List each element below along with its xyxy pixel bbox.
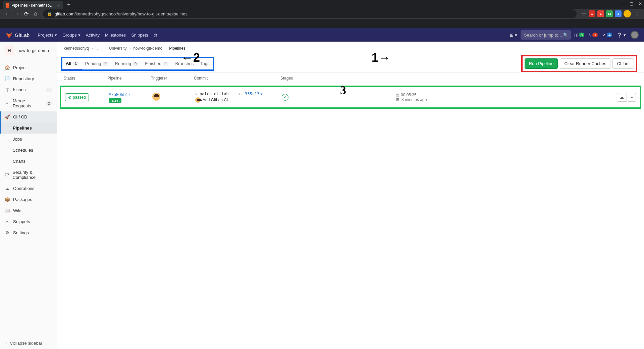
gitlab-logo[interactable]: GitLab xyxy=(5,31,30,39)
merge-shortcut[interactable]: ⑂1 xyxy=(589,33,598,38)
forward-button[interactable]: → xyxy=(12,9,21,18)
help-icon[interactable]: ❔ ▾ xyxy=(617,33,626,38)
ci-lint-button[interactable]: CI Lint xyxy=(612,58,634,69)
pipeline-finished: 3 minutes ago xyxy=(401,97,427,102)
run-pipeline-button[interactable]: Run Pipeline xyxy=(525,58,558,69)
sidebar-item-security[interactable]: 🛡Security & Compliance xyxy=(0,167,57,183)
branch-name[interactable]: patch-gitlab... xyxy=(200,92,236,96)
nav-projects[interactable]: Projects ▾ xyxy=(38,33,57,38)
breadcrumb-item[interactable]: kennethsohyq xyxy=(64,46,89,51)
sidebar-item-repository[interactable]: 📄Repository xyxy=(0,73,57,84)
sidebar-subitem-jobs[interactable]: Jobs xyxy=(0,134,57,145)
breadcrumb-item[interactable]: how-to-git-demo xyxy=(133,46,162,51)
gear-icon: ⚙ xyxy=(5,230,10,235)
sidebar-subitem-charts[interactable]: Charts xyxy=(0,156,57,167)
project-header[interactable]: H how-to-git-demo xyxy=(0,42,57,59)
reload-button[interactable]: ⟳ xyxy=(21,9,31,18)
download-artifacts-button[interactable]: ☁ xyxy=(617,93,627,102)
col-status: Status xyxy=(64,76,107,81)
extension-icon[interactable]: 11 xyxy=(606,10,613,17)
home-icon: 🏠 xyxy=(5,65,10,70)
sidebar-item-project[interactable]: 🏠Project xyxy=(0,62,57,73)
col-triggerer: Triggerer xyxy=(151,76,194,81)
user-avatar[interactable] xyxy=(631,31,639,39)
extension-icon[interactable]: 1 xyxy=(597,10,604,17)
pipeline-id-link[interactable]: #75805517 xyxy=(109,92,152,97)
close-tab-icon[interactable]: × xyxy=(57,3,60,8)
nav-milestones[interactable]: Milestones xyxy=(105,33,126,38)
gitlab-topbar: GitLab Projects ▾ Groups ▾ Activity Mile… xyxy=(0,28,644,42)
annotation-box-1: Run Pipeline Clear Runner Caches CI Lint xyxy=(521,55,637,72)
browser-tab[interactable]: Pipelines · kennethsohyq / Schoo × xyxy=(3,1,63,10)
nav-groups[interactable]: Groups ▾ xyxy=(62,33,80,38)
status-badge[interactable]: ⊘ passed xyxy=(65,93,89,101)
nav-snippets[interactable]: Snippets xyxy=(131,33,148,38)
breadcrumb-item[interactable]: University xyxy=(109,46,127,51)
tab-all[interactable]: All1 xyxy=(62,58,82,69)
triggerer-avatar[interactable] xyxy=(152,93,160,101)
plus-icon[interactable]: ⊞ ▾ xyxy=(510,33,517,38)
breadcrumb-ellipsis[interactable]: ... xyxy=(96,46,102,51)
cloud-icon: ☁ xyxy=(5,186,10,191)
sidebar-item-issues[interactable]: ◫Issues1 xyxy=(0,84,57,95)
browser-maximize[interactable]: ▢ xyxy=(630,1,633,6)
project-name: how-to-git-demo xyxy=(17,48,49,53)
chevron-down-icon: ▾ xyxy=(78,33,80,38)
chevron-right-icon: › xyxy=(129,46,130,51)
pipeline-actions-dropdown[interactable]: ▾ xyxy=(628,93,636,102)
home-button[interactable]: ⌂ xyxy=(31,9,40,18)
chevron-right-icon: › xyxy=(92,46,93,51)
sidebar-item-snippets[interactable]: ✂Snippets xyxy=(0,216,57,227)
new-tab-button[interactable]: + xyxy=(67,1,71,8)
project-sidebar: H how-to-git-demo 🏠Project 📄Repository ◫… xyxy=(0,42,57,349)
tab-tags[interactable]: Tags xyxy=(197,58,213,69)
nav-performance-icon[interactable]: ◔ xyxy=(154,33,157,38)
breadcrumbs: kennethsohyq › ... › University › how-to… xyxy=(57,42,644,55)
issues-shortcut[interactable]: ◫8 xyxy=(574,33,584,38)
sidebar-subitem-pipelines[interactable]: Pipelines xyxy=(0,122,57,134)
lock-icon: 🔒 xyxy=(47,11,52,16)
author-avatar xyxy=(195,97,201,103)
clear-runner-caches-button[interactable]: Clear Runner Caches xyxy=(560,58,610,69)
back-button[interactable]: ← xyxy=(3,9,12,18)
url-path: /kennethsohyq/school/university/how-to-g… xyxy=(74,11,187,16)
extension-icon[interactable]: 1 xyxy=(589,10,595,17)
nav-activity[interactable]: Activity xyxy=(86,33,100,38)
todos-shortcut[interactable]: ✓4 xyxy=(602,33,612,38)
profile-avatar[interactable] xyxy=(624,10,631,17)
sidebar-item-wiki[interactable]: 📖Wiki xyxy=(0,205,57,216)
browser-close[interactable]: ✕ xyxy=(639,1,642,6)
badge: 1 xyxy=(46,88,52,92)
badge: 2 xyxy=(46,101,52,106)
rocket-icon: 🚀 xyxy=(5,114,10,119)
book-icon: 📖 xyxy=(5,208,10,213)
sidebar-item-merge-requests[interactable]: ⑂Merge Requests2 xyxy=(0,95,57,111)
gitlab-favicon xyxy=(6,3,9,8)
tab-branches[interactable]: Branches xyxy=(172,58,197,69)
commit-sha[interactable]: 335c13bf xyxy=(245,92,264,96)
extension-icon[interactable]: 4 xyxy=(615,10,622,17)
tab-finished[interactable]: Finished1 xyxy=(142,58,172,69)
commit-message[interactable]: Add GitLab CI xyxy=(203,98,228,102)
sidebar-subitem-schedules[interactable]: Schedules xyxy=(0,145,57,156)
sidebar-item-operations[interactable]: ☁Operations xyxy=(0,183,57,194)
pipeline-row[interactable]: ⊘ passed #75805517 latest ⑂ patch-gitlab… xyxy=(61,87,640,107)
file-icon: 📄 xyxy=(5,76,10,81)
breadcrumb-item[interactable]: Pipelines xyxy=(169,46,185,51)
browser-chrome: — ▢ ✕ Pipelines · kennethsohyq / Schoo ×… xyxy=(0,0,644,28)
browser-minimize[interactable]: — xyxy=(620,1,624,6)
shield-icon: 🛡 xyxy=(5,172,9,178)
bookmark-icon[interactable]: ☆ xyxy=(579,9,589,18)
sidebar-item-cicd[interactable]: 🚀CI / CD xyxy=(0,111,57,122)
sidebar-item-packages[interactable]: 📦Packages xyxy=(0,194,57,205)
issues-icon: ◫ xyxy=(5,87,10,92)
tab-pending[interactable]: Pending0 xyxy=(82,58,112,69)
address-bar[interactable]: 🔒 gitlab.com /kennethsohyq/school/univer… xyxy=(43,9,577,18)
collapse-sidebar-button[interactable]: « Collapse sidebar xyxy=(0,337,57,349)
col-stages: Stages xyxy=(280,76,341,81)
stage-status-icon[interactable]: ✓ xyxy=(282,94,288,101)
table-header: Status Pipeline Triggerer Commit Stages xyxy=(57,72,644,84)
sidebar-item-settings[interactable]: ⚙Settings xyxy=(0,227,57,238)
tab-running[interactable]: Running0 xyxy=(112,58,142,69)
chrome-menu-icon[interactable]: ⋮ xyxy=(635,11,639,16)
